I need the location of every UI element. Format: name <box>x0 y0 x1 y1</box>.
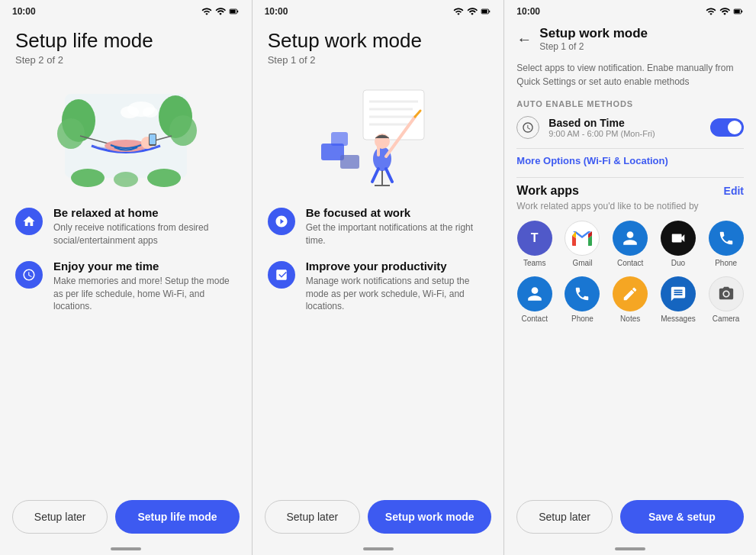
bottom-indicator-1 <box>111 547 141 550</box>
duo-icon <box>661 221 696 256</box>
feature-desc-1: Make memories and more! Setup the mode a… <box>53 275 236 313</box>
svg-rect-28 <box>340 155 359 169</box>
work-feature-desc-1: Manage work notifications and setup the … <box>306 275 489 313</box>
back-step: Step 1 of 2 <box>539 41 648 52</box>
messages-icon <box>661 276 696 311</box>
app-gmail[interactable]: Gmail <box>565 221 600 267</box>
time-icon <box>522 121 534 134</box>
app-teams[interactable]: T Teams <box>516 221 552 267</box>
save-setup-button[interactable]: Save & setup <box>620 500 744 534</box>
battery-icon-2 <box>481 6 491 17</box>
wifi-icon-2 <box>453 6 464 17</box>
life-mode-title: Setup life mode <box>15 29 236 53</box>
work-setup-later-button[interactable]: Setup later <box>265 500 360 534</box>
gmail-label: Gmail <box>572 259 592 267</box>
work-detail-screen: 10:00 ← Setup work mode Step 1 of 2 Sele… <box>504 0 756 555</box>
clock-icon-circle <box>15 261 43 289</box>
apps-header: Work apps Edit <box>516 184 744 198</box>
time-toggle[interactable] <box>710 118 744 137</box>
feature-title-0: Be relaxed at home <box>53 206 236 219</box>
life-bottom-buttons: Setup later Setup life mode <box>0 489 252 547</box>
status-bar-1: 10:00 <box>0 0 252 20</box>
svg-rect-1 <box>230 10 235 14</box>
work-feature-list: Be focused at work Get the important not… <box>268 206 489 319</box>
contact2-label: Contact <box>521 315 547 323</box>
divider-2 <box>516 177 744 178</box>
teams-icon: T <box>517 221 552 256</box>
contact-icon <box>613 221 648 256</box>
app-messages[interactable]: Messages <box>661 276 696 323</box>
app-contact2[interactable]: Contact <box>516 276 552 323</box>
life-mode-illustration <box>15 75 236 197</box>
work-mode-screen: 10:00 Setup work mode Step 1 of 2 <box>253 0 505 555</box>
life-illus-svg <box>50 79 202 193</box>
work-feature-desc-0: Get the important notifications at the r… <box>306 221 489 247</box>
apps-title: Work apps <box>516 184 579 198</box>
svg-point-18 <box>114 172 138 187</box>
back-title: Setup work mode <box>539 26 648 41</box>
work-illus-svg <box>302 79 455 193</box>
status-icons-1 <box>201 6 240 17</box>
teams-label: Teams <box>523 259 545 267</box>
svg-point-31 <box>373 147 391 171</box>
svg-rect-39 <box>735 10 740 14</box>
phone-icon <box>709 221 744 256</box>
messages-label: Messages <box>661 315 696 323</box>
battery-icon-1 <box>229 6 240 17</box>
bottom-indicator-3 <box>615 547 645 550</box>
screens-container: 10:00 Setup life mode Step 2 of 2 <box>0 0 756 555</box>
apps-row-1: Contact Phone Notes <box>516 276 744 323</box>
feature-title-1: Enjoy your me time <box>53 260 236 273</box>
camera-icon <box>709 276 744 311</box>
notes-label: Notes <box>620 315 640 323</box>
app-notes[interactable]: Notes <box>613 276 648 323</box>
signal-icon-3 <box>719 6 730 17</box>
status-bar-2: 10:00 <box>253 0 504 20</box>
star-icon-circle <box>268 261 295 289</box>
divider-1 <box>516 148 744 149</box>
work-mode-illustration <box>268 75 489 197</box>
app-duo[interactable]: Duo <box>661 221 696 267</box>
phone2-label: Phone <box>571 315 594 323</box>
work-mode-title: Setup work mode <box>268 29 489 53</box>
setup-life-mode-button[interactable]: Setup life mode <box>115 500 239 534</box>
target-icon <box>275 215 288 228</box>
auto-enable-label: AUTO ENABLE METHODS <box>516 99 744 108</box>
life-mode-screen: 10:00 Setup life mode Step 2 of 2 <box>0 0 253 555</box>
feature-desc-0: Only receive notifications from desired … <box>53 221 236 247</box>
app-contact[interactable]: Contact <box>613 221 648 267</box>
auto-enable-sub: 9:00 AM - 6:00 PM (Mon-Fri) <box>549 129 701 138</box>
time-icon-circle <box>516 116 539 139</box>
life-feature-list: Be relaxed at home Only receive notifica… <box>15 206 236 319</box>
svg-rect-21 <box>363 90 424 140</box>
contact-label: Contact <box>617 259 643 267</box>
apps-edit-button[interactable]: Edit <box>724 185 744 197</box>
status-icons-2 <box>453 6 491 17</box>
work-mode-subtitle: Step 1 of 2 <box>268 54 489 66</box>
home-icon <box>22 215 36 228</box>
notes-icon <box>613 276 648 311</box>
auto-enable-row: Based on Time 9:00 AM - 6:00 PM (Mon-Fri… <box>516 116 744 139</box>
back-arrow-button[interactable]: ← <box>516 31 532 48</box>
work-feature-title-1: Improve your productivity <box>306 260 489 273</box>
svg-point-8 <box>121 106 139 118</box>
setup-work-mode-button[interactable]: Setup work mode <box>368 500 491 534</box>
camera-label: Camera <box>713 315 740 323</box>
life-setup-later-button[interactable]: Setup later <box>12 500 108 534</box>
app-phone[interactable]: Phone <box>708 221 744 267</box>
signal-icon-2 <box>467 6 478 17</box>
apps-grid: T Teams Gmail Contact <box>516 221 744 323</box>
more-options-link[interactable]: More Options (Wi-Fi & Location) <box>516 155 744 166</box>
wifi-icon-1 <box>201 6 212 17</box>
work-detail-desc: Select apps to view notification. Enabe … <box>516 61 744 89</box>
svg-line-36 <box>386 169 392 182</box>
app-camera[interactable]: Camera <box>708 276 744 323</box>
detail-setup-later-button[interactable]: Setup later <box>516 500 612 534</box>
status-icons-3 <box>706 6 744 17</box>
svg-point-9 <box>143 107 158 118</box>
work-feature-item-1: Improve your productivity Manage work no… <box>268 260 489 313</box>
svg-rect-20 <box>482 10 487 14</box>
status-bar-3: 10:00 <box>504 0 756 20</box>
work-detail-content: Select apps to view notification. Enabe … <box>504 55 756 489</box>
app-phone2[interactable]: Phone <box>565 276 600 323</box>
